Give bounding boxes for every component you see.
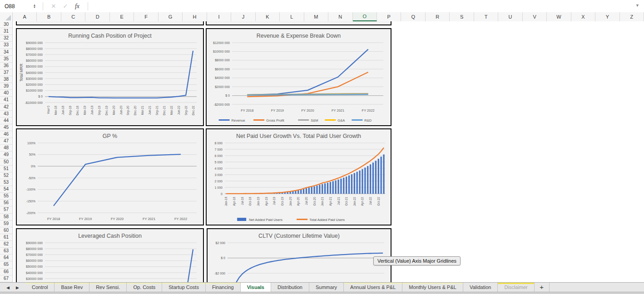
row-header-66[interactable]: 66 xyxy=(0,269,12,275)
row-header-33[interactable]: 33 xyxy=(0,42,12,49)
row-header-42[interactable]: 42 xyxy=(0,104,12,111)
column-header-H[interactable]: H xyxy=(183,12,207,21)
column-header-R[interactable]: R xyxy=(426,12,450,21)
svg-text:Oct-22: Oct-22 xyxy=(377,197,380,206)
row-header-34[interactable]: 34 xyxy=(0,49,12,56)
tab-scroll-right-icon[interactable]: ▶ xyxy=(16,285,19,290)
row-header-38[interactable]: 38 xyxy=(0,76,12,83)
column-header-L[interactable]: L xyxy=(280,12,304,21)
column-header-W[interactable]: W xyxy=(547,12,571,21)
chart-leveraged-cash-position[interactable]: $90000 000$80000 000$70000 000$60000 000… xyxy=(16,228,204,282)
sheet-tab-summary[interactable]: Summary xyxy=(309,283,344,292)
sheet-tab-distribution[interactable]: Distribution xyxy=(271,283,309,292)
row-header-57[interactable]: 57 xyxy=(0,206,12,213)
chart-gp-percent[interactable]: 100%50%0%-50%-100%-150%-200%GP %FY 2018F… xyxy=(16,128,204,225)
column-header-K[interactable]: K xyxy=(256,12,280,21)
svg-text:Jul-22: Jul-22 xyxy=(369,197,372,205)
column-header-X[interactable]: X xyxy=(571,12,595,21)
formula-bar-dropdown-icon[interactable]: ▼ xyxy=(635,3,639,8)
row-header-30[interactable]: 30 xyxy=(0,21,12,28)
row-header-59[interactable]: 59 xyxy=(0,220,12,227)
column-header-D[interactable]: D xyxy=(85,12,109,21)
column-header-M[interactable]: M xyxy=(304,12,328,21)
sheet-tab-op-costs[interactable]: Op. Costs xyxy=(127,283,162,292)
sheet-tab-base-rev[interactable]: Base Rev xyxy=(54,283,89,292)
row-header-55[interactable]: 55 xyxy=(0,193,12,200)
row-header-53[interactable]: 53 xyxy=(0,179,12,186)
chart-cltv[interactable]: $2 000$ 0-$2 000-$4 000-$6 000-$8 000CLT… xyxy=(207,228,391,282)
row-header-36[interactable]: 36 xyxy=(0,63,12,69)
sheet-tab-rev-sensi[interactable]: Rev Sensi. xyxy=(89,283,127,292)
row-header-45[interactable]: 45 xyxy=(0,124,12,131)
column-header-F[interactable]: F xyxy=(134,12,158,21)
tab-scroll-left-icon[interactable]: ◀ xyxy=(6,285,10,290)
column-header-V[interactable]: V xyxy=(523,12,547,21)
column-header-J[interactable]: J xyxy=(231,12,255,21)
row-header-56[interactable]: 56 xyxy=(0,200,12,206)
column-header-U[interactable]: U xyxy=(498,12,522,21)
sheet-tab-startup-costs[interactable]: Startup Costs xyxy=(162,283,206,292)
column-header-P[interactable]: P xyxy=(377,12,401,21)
column-header-I[interactable]: I xyxy=(207,12,231,21)
svg-text:Dec-20: Dec-20 xyxy=(134,106,137,115)
sheet-tab-monthly-users-p-l[interactable]: Monthly Users & P&L xyxy=(402,283,463,292)
row-header-37[interactable]: 37 xyxy=(0,69,12,76)
name-box-spinner[interactable]: ▲ ▼ xyxy=(31,4,38,9)
sheet-tab-visuals[interactable]: Visuals xyxy=(241,283,271,292)
cancel-icon[interactable]: ✕ xyxy=(48,3,59,10)
row-header-46[interactable]: 46 xyxy=(0,131,12,138)
row-header-50[interactable]: 50 xyxy=(0,159,12,166)
column-header-E[interactable]: E xyxy=(110,12,134,21)
column-header-Z[interactable]: Z xyxy=(620,12,644,21)
row-header-58[interactable]: 58 xyxy=(0,214,12,220)
row-header-65[interactable]: 65 xyxy=(0,261,12,268)
column-header-Y[interactable]: Y xyxy=(595,12,619,21)
row-header-49[interactable]: 49 xyxy=(0,152,12,158)
sheet-tab-annual-users-p-l[interactable]: Annual Users & P&L xyxy=(344,283,402,292)
row-header-52[interactable]: 52 xyxy=(0,172,12,179)
row-header-47[interactable]: 47 xyxy=(0,138,12,145)
svg-text:FY 2020: FY 2020 xyxy=(111,217,124,221)
column-header-B[interactable]: B xyxy=(37,12,61,21)
sheet-area[interactable]: 3031323334353637383940414243444546474849… xyxy=(0,21,644,282)
column-header-N[interactable]: N xyxy=(328,12,352,21)
row-header-67[interactable]: 67 xyxy=(0,275,12,282)
sheet-tab-validation[interactable]: Validation xyxy=(463,283,498,292)
row-header-40[interactable]: 40 xyxy=(0,90,12,97)
column-header-Q[interactable]: Q xyxy=(401,12,425,21)
column-header-C[interactable]: C xyxy=(61,12,85,21)
column-header-S[interactable]: S xyxy=(450,12,474,21)
column-header-T[interactable]: T xyxy=(474,12,498,21)
column-header-G[interactable]: G xyxy=(159,12,183,21)
row-header-31[interactable]: 31 xyxy=(0,28,12,35)
column-header-A[interactable]: A xyxy=(13,12,37,21)
row-header-39[interactable]: 39 xyxy=(0,83,12,90)
row-header-44[interactable]: 44 xyxy=(0,118,12,124)
insert-function-icon[interactable]: fx xyxy=(71,3,83,10)
row-header-35[interactable]: 35 xyxy=(0,56,12,63)
chart-revenue-expense-breakdown[interactable]: $12000 000$10000 000$8000 000$6000 000$4… xyxy=(206,28,391,126)
select-all-corner[interactable] xyxy=(0,12,13,21)
sheet-tab-financing[interactable]: Financing xyxy=(206,283,241,292)
sheet-tab-disclaimer[interactable]: Disclaimer xyxy=(498,283,534,292)
formula-input[interactable] xyxy=(93,0,644,12)
add-sheet-button[interactable]: + xyxy=(535,283,550,292)
sheet-tab-control[interactable]: Control xyxy=(25,283,54,292)
row-header-41[interactable]: 41 xyxy=(0,97,12,103)
row-header-32[interactable]: 32 xyxy=(0,35,12,42)
row-header-48[interactable]: 48 xyxy=(0,145,12,152)
row-header-51[interactable]: 51 xyxy=(0,166,12,172)
name-box[interactable]: O88 xyxy=(0,3,31,10)
column-header-O[interactable]: O xyxy=(353,12,377,21)
row-header-54[interactable]: 54 xyxy=(0,186,12,193)
row-header-63[interactable]: 63 xyxy=(0,248,12,255)
confirm-icon[interactable]: ✓ xyxy=(59,3,71,10)
chart-net-vs-total-paid-user-growth[interactable]: 8 0007 0006 0005 0004 0003 0002 0001 000… xyxy=(206,128,391,225)
chart-running-cash-position[interactable]: $90000 000$80000 000$70000 000$60000 000… xyxy=(16,28,204,126)
row-header-62[interactable]: 62 xyxy=(0,241,12,248)
row-header-61[interactable]: 61 xyxy=(0,234,12,241)
row-header-43[interactable]: 43 xyxy=(0,111,12,118)
row-header-64[interactable]: 64 xyxy=(0,255,12,261)
row-header-60[interactable]: 60 xyxy=(0,227,12,234)
spinner-down-icon[interactable]: ▼ xyxy=(31,6,38,9)
